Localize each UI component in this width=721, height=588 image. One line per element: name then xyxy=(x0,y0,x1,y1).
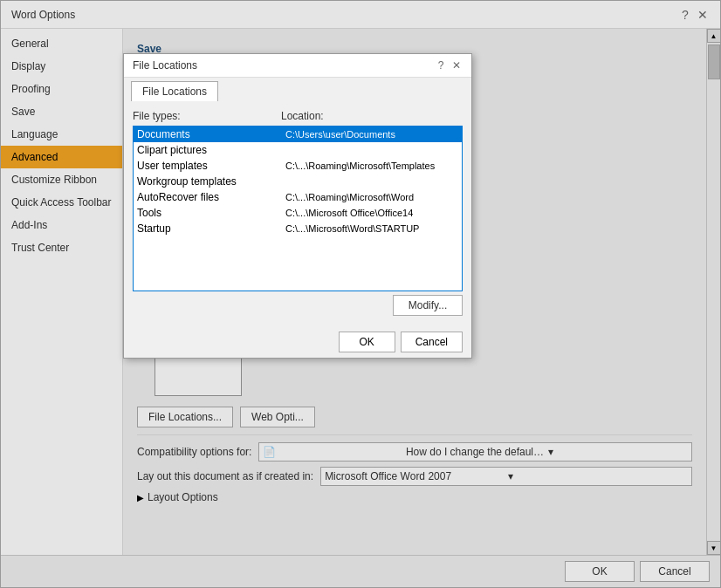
file-row-documents[interactable]: Documents C:\Users\user\Documents xyxy=(134,126,462,142)
col-location: Location: xyxy=(281,110,324,122)
file-locations-dialog: File Locations ? ✕ File Locations xyxy=(123,53,472,359)
dialog-body: File types: Location: Documents C:\Users… xyxy=(124,101,471,326)
file-loc-documents: C:\Users\user\Documents xyxy=(285,129,458,140)
file-type-user-templates: User templates xyxy=(137,160,285,172)
file-type-clipart: Clipart pictures xyxy=(137,144,285,156)
dialog-tab-bar: File Locations xyxy=(124,78,471,101)
dialog-title: File Locations xyxy=(133,59,197,72)
col-filetypes: File types: xyxy=(133,110,281,122)
file-type-autorecover: AutoRecover files xyxy=(137,191,285,203)
dialog-cancel-button[interactable]: Cancel xyxy=(401,332,463,352)
file-loc-tools: C:\...\Microsoft Office\Office14 xyxy=(285,208,458,218)
file-type-documents: Documents xyxy=(137,128,285,140)
file-table[interactable]: Documents C:\Users\user\Documents Clipar… xyxy=(133,126,463,291)
dialog-footer: OK Cancel xyxy=(124,326,471,358)
dialog-help-button[interactable]: ? xyxy=(435,59,447,72)
modify-row: Modify... xyxy=(133,291,463,319)
file-type-tools: Tools xyxy=(137,207,285,219)
main-content: General Display Proofing Save Language A… xyxy=(1,29,720,555)
modify-button[interactable]: Modify... xyxy=(393,295,463,316)
file-loc-autorecover: C:\...\Roaming\Microsoft\Word xyxy=(285,192,458,202)
dialog-close-button[interactable]: ✕ xyxy=(450,59,463,72)
file-loc-user-templates: C:\...\Roaming\Microsoft\Templates xyxy=(285,161,458,171)
file-type-startup: Startup xyxy=(137,222,285,235)
file-row-tools[interactable]: Tools C:\...\Microsoft Office\Office14 xyxy=(134,205,462,221)
file-row-user-templates[interactable]: User templates C:\...\Roaming\Microsoft\… xyxy=(134,158,462,174)
word-options-window: Word Options ? ✕ General Display Proofin… xyxy=(0,0,721,588)
dialog-overlay: File Locations ? ✕ File Locations xyxy=(123,29,720,555)
file-row-workgroup[interactable]: Workgroup templates xyxy=(134,174,462,189)
file-row-startup[interactable]: Startup C:\...\Microsoft\Word\STARTUP xyxy=(134,221,462,236)
file-loc-startup: C:\...\Microsoft\Word\STARTUP xyxy=(285,223,458,234)
dialog-tab-file-locations[interactable]: File Locations xyxy=(131,81,218,101)
file-row-clipart[interactable]: Clipart pictures xyxy=(134,142,462,158)
file-row-autorecover[interactable]: AutoRecover files C:\...\Roaming\Microso… xyxy=(134,189,462,205)
dialog-controls: ? ✕ xyxy=(435,59,463,72)
dialog-title-bar: File Locations ? ✕ xyxy=(124,54,471,78)
file-type-workgroup: Workgroup templates xyxy=(137,175,285,188)
file-table-header: File types: Location: xyxy=(133,108,463,124)
dialog-ok-button[interactable]: OK xyxy=(339,332,395,352)
panel-with-scroll: Save Prompt before saving Norma... Alway… xyxy=(123,29,720,555)
